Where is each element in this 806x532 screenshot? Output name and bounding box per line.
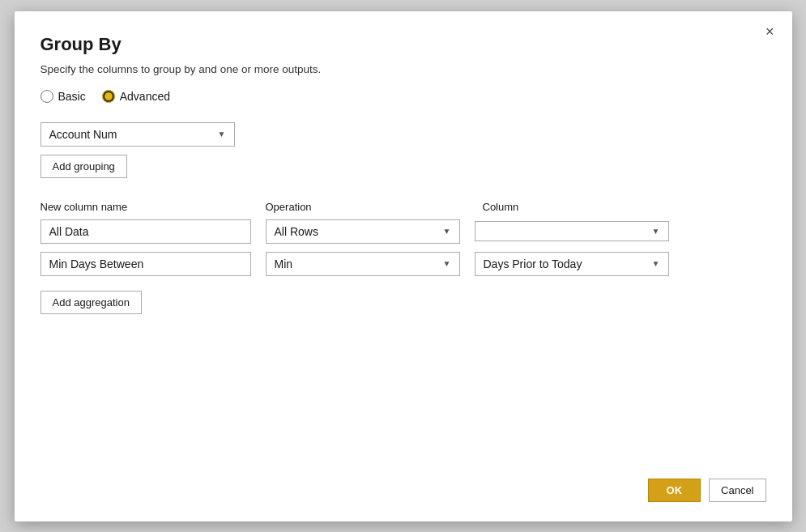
- col-name-header: New column name: [41, 201, 251, 213]
- ok-button[interactable]: OK: [648, 479, 702, 502]
- advanced-label: Advanced: [120, 90, 170, 103]
- aggregation-row-2: Min ▼ Days Prior to Today ▼: [41, 252, 766, 276]
- radio-group: Basic Advanced: [41, 90, 766, 103]
- column-dropdown-2[interactable]: Days Prior to Today ▼: [475, 252, 669, 276]
- basic-radio[interactable]: [41, 90, 53, 103]
- chevron-down-icon: ▼: [443, 259, 451, 268]
- advanced-radio[interactable]: [102, 90, 115, 103]
- operation-value-2: Min: [275, 257, 293, 270]
- account-num-value: Account Num: [49, 128, 117, 141]
- col-name-input-1[interactable]: [41, 219, 251, 244]
- chevron-down-icon: ▼: [652, 259, 660, 268]
- grouping-section: Account Num ▼ Add grouping: [41, 122, 766, 178]
- add-aggregation-button[interactable]: Add aggregation: [41, 291, 142, 314]
- operation-value-1: All Rows: [275, 225, 318, 238]
- operation-dropdown-1[interactable]: All Rows ▼: [266, 219, 460, 244]
- chevron-down-icon: ▼: [218, 130, 226, 138]
- advanced-radio-option[interactable]: Advanced: [102, 90, 170, 103]
- aggregation-section: New column name Operation Column All Row…: [41, 201, 766, 314]
- column-dropdown-1[interactable]: ▼: [475, 221, 669, 241]
- chevron-down-icon: ▼: [652, 227, 660, 236]
- group-by-dialog: × Group By Specify the columns to group …: [15, 11, 792, 521]
- col-operation-header: Operation: [266, 201, 468, 213]
- operation-dropdown-2[interactable]: Min ▼: [266, 252, 460, 276]
- dialog-subtitle: Specify the columns to group by and one …: [41, 63, 766, 75]
- basic-label: Basic: [58, 90, 86, 103]
- dialog-title: Group By: [41, 34, 766, 55]
- col-name-input-2[interactable]: [41, 252, 251, 276]
- aggregation-row-1: All Rows ▼ ▼: [41, 219, 766, 244]
- col-column-header: Column: [483, 201, 677, 213]
- account-num-dropdown[interactable]: Account Num ▼: [41, 122, 235, 147]
- cancel-button[interactable]: Cancel: [709, 479, 765, 502]
- dialog-footer: OK Cancel: [41, 466, 766, 502]
- close-button[interactable]: ×: [761, 23, 779, 40]
- aggregation-header: New column name Operation Column: [41, 201, 766, 213]
- add-grouping-button[interactable]: Add grouping: [41, 155, 127, 178]
- basic-radio-option[interactable]: Basic: [41, 90, 86, 103]
- column-value-2: Days Prior to Today: [484, 257, 582, 270]
- chevron-down-icon: ▼: [443, 227, 451, 236]
